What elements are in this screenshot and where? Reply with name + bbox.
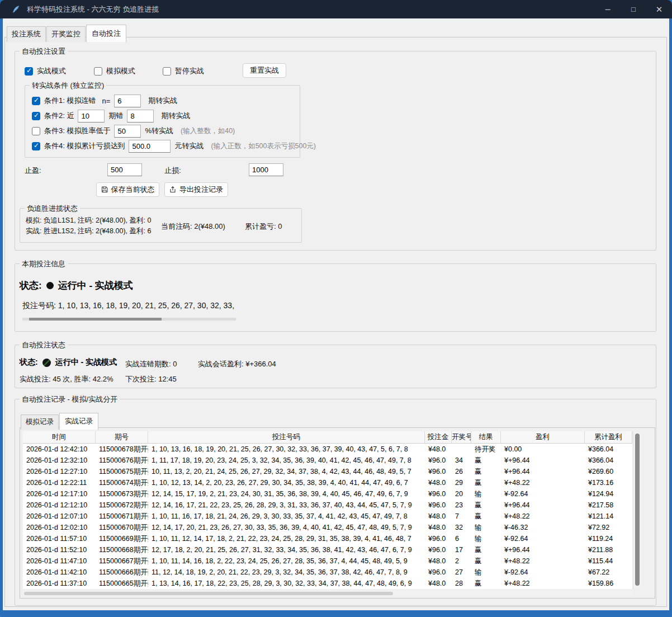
table-cell-0: 2026-01-d 11:42:10 (23, 567, 96, 578)
table-cell-2: 1, 10, 11, 12, 14, 17, 18, 2, 21, 22, 23… (148, 533, 425, 544)
table-cell-6: ¥-46.32 (501, 522, 585, 533)
current-status-line: 状态: 运行中 - 实战模式 (20, 279, 133, 292)
pause-real-checkbox[interactable] (163, 67, 171, 76)
group-auto-bet-settings: 自动投注设置 实战模式 模拟模式 暂停实战 重置实战 (15, 51, 656, 251)
stop-loss-label: 止损: (164, 166, 181, 176)
header-cell-5[interactable]: 结果 (471, 431, 501, 443)
condition-4-input[interactable] (129, 140, 171, 153)
table-row[interactable]: 2026-01-d 12:27:10115000675期开奖10, 11, 13… (23, 466, 632, 477)
table-cell-2: 12, 14, 15, 17, 19, 2, 21, 23, 24, 30, 3… (148, 488, 425, 500)
table-cell-1: 115000665期开奖 (96, 578, 148, 589)
window-body: 投注系统 开奖监控 自动投注 自动投注设置 实战模式 模拟模式 (0, 18, 672, 617)
tab-betting-system[interactable]: 投注系统 (7, 26, 46, 42)
header-cell-3[interactable]: 投注金 (425, 431, 452, 443)
table-row[interactable]: 2026-01-d 11:42:10115000666期开奖11, 12, 14… (23, 567, 632, 578)
table-cell-6: ¥+48.22 (501, 477, 585, 488)
condition-1-checkbox[interactable] (32, 97, 40, 105)
table-cell-1: 115000678期开奖 (96, 444, 148, 455)
table-cell-2: 1, 10, 11, 16, 17, 18, 21, 24, 26, 29, 3… (148, 511, 425, 522)
mode-pause[interactable]: 暂停实战 (163, 65, 204, 77)
table-cell-3: ¥96.0 (425, 466, 452, 477)
condition-2-input-n[interactable] (78, 110, 105, 123)
condition-3-label: 条件3: 模拟胜率低于 (44, 126, 110, 136)
tab-auto-bet[interactable]: 自动投注 (86, 25, 126, 43)
table-cell-2: 1, 10, 11, 14, 16, 18, 2, 22, 23, 24, 25… (148, 555, 425, 567)
close-button[interactable]: ✕ (646, 0, 672, 18)
table-cell-7: ¥159.86 (585, 578, 632, 589)
header-cell-6[interactable]: 盈利 (501, 431, 585, 443)
session-profit-text: 实战会话盈利: ¥+366.04 (198, 359, 276, 369)
running-status-dot-icon (42, 359, 51, 367)
table-cell-7: ¥119.24 (585, 533, 632, 544)
group-title: 自动投注设置 (20, 46, 68, 56)
minimize-button[interactable]: ─ (595, 0, 621, 18)
table-row[interactable]: 2026-01-d 12:12:10115000672期开奖12, 14, 16… (23, 500, 632, 511)
table-cell-5: 赢 (471, 578, 501, 589)
strategy-status-title: 负追胜进揽状态 (25, 204, 80, 214)
table-cell-1: 115000675期开奖 (96, 466, 148, 477)
condition-3-checkbox[interactable] (32, 127, 40, 135)
table-cell-5: 赢 (471, 466, 501, 477)
header-cell-4[interactable]: 开奖号 (452, 431, 471, 443)
table-row[interactable]: 2026-01-d 12:22:11115000674期开奖1, 10, 12,… (23, 477, 632, 488)
stop-profit-input[interactable] (107, 163, 142, 176)
strategy-current-bet: 当前注码: 2(¥48.00) (161, 222, 225, 232)
table-cell-5: 赢 (471, 455, 501, 466)
tab-real-records[interactable]: 实战记录 (59, 413, 98, 430)
table-row[interactable]: 2026-01-d 12:02:10115000670期开奖12, 14, 17… (23, 522, 632, 533)
stop-loss-input[interactable] (249, 163, 283, 176)
records-hscrollbar[interactable] (23, 591, 632, 596)
reset-real-button[interactable]: 重置实战 (243, 63, 286, 78)
header-cell-0[interactable]: 时间 (23, 431, 96, 443)
condition-3-input[interactable] (114, 125, 141, 138)
table-cell-1: 115000668期开奖 (96, 544, 148, 555)
table-cell-0: 2026-01-d 11:37:10 (23, 578, 96, 589)
table-cell-5: 赢 (471, 477, 501, 488)
table-row[interactable]: 2026-01-d 12:17:10115000673期开奖12, 14, 15… (23, 488, 632, 500)
table-cell-3: ¥48.0 (425, 477, 452, 488)
table-row[interactable]: 2026-01-d 11:37:10115000665期开奖1, 13, 14,… (23, 578, 632, 589)
bet-count-text: 实战投注: 45 次, 胜率: 42.2% (20, 374, 113, 384)
records-vscrollbar-thumb[interactable] (635, 434, 640, 586)
records-hscrollbar-thumb[interactable] (24, 592, 393, 595)
table-row[interactable]: 2026-01-d 12:07:10115000671期开奖1, 10, 11,… (23, 511, 632, 522)
table-cell-3: ¥48.0 (425, 444, 452, 455)
real-mode-checkbox[interactable] (25, 67, 33, 76)
table-cell-5: 输 (471, 567, 501, 578)
maximize-button[interactable]: □ (621, 0, 646, 18)
save-state-button[interactable]: 保存当前状态 (96, 182, 159, 197)
group-current-bet-info: 本期投注信息 状态: 运行中 - 实战模式 投注号码: 1, 10, 13, 1… (15, 263, 656, 332)
mode-real[interactable]: 实战模式 (25, 65, 66, 77)
table-row[interactable]: 2026-01-d 11:47:10115000667期开奖1, 10, 11,… (23, 555, 632, 567)
numbers-scrollbar-track[interactable] (22, 318, 236, 321)
mode-sim[interactable]: 模拟模式 (94, 65, 135, 77)
table-cell-0: 2026-01-d 12:12:10 (23, 500, 96, 511)
header-cell-1[interactable]: 期号 (96, 431, 148, 443)
header-cell-7[interactable]: 累计盈利 (585, 431, 632, 443)
tab-draw-monitor[interactable]: 开奖监控 (46, 26, 86, 42)
table-cell-3: ¥96.0 (425, 455, 452, 466)
table-cell-3: ¥96.0 (425, 500, 452, 511)
records-vscrollbar[interactable] (633, 431, 641, 589)
condition-2-input-m[interactable] (127, 110, 154, 123)
condition-2-checkbox[interactable] (32, 112, 40, 120)
group-switch-conditions: 转实战条件 (独立监控) 条件1: 模拟连错 n= 期转实战 条件2: 近 (25, 85, 300, 158)
table-cell-6: ¥0.00 (501, 444, 585, 455)
header-cell-2[interactable]: 投注号码 (148, 431, 425, 443)
numbers-scrollbar-thumb[interactable] (29, 318, 162, 321)
condition-4-checkbox[interactable] (32, 142, 40, 150)
condition-1-input[interactable] (114, 95, 141, 107)
sim-mode-checkbox[interactable] (94, 67, 102, 76)
table-row[interactable]: 2026-01-d 11:57:10115000669期开奖1, 10, 11,… (23, 533, 632, 544)
condition-4-suffix: 元转实战 (174, 141, 204, 151)
condition-2-row: 条件2: 近 期错 期转实战 (32, 110, 190, 122)
table-row[interactable]: 2026-01-d 12:32:10115000676期开奖1, 11, 17,… (23, 455, 632, 466)
table-row[interactable]: 2026-01-d 12:42:10115000678期开奖1, 10, 13,… (23, 444, 632, 455)
table-row[interactable]: 2026-01-d 11:52:10115000668期开奖12, 17, 18… (23, 544, 632, 555)
tab-sim-records[interactable]: 模拟记录 (21, 415, 59, 430)
records-header: 时间期号投注号码投注金开奖号结果盈利累计盈利 (23, 431, 632, 444)
export-records-button[interactable]: 导出投注记录 (164, 182, 228, 197)
auto-status-line: 状态: 运行中 - 实战模式 (20, 357, 117, 368)
table-cell-3: ¥48.0 (425, 522, 452, 533)
table-cell-1: 115000671期开奖 (96, 511, 148, 522)
